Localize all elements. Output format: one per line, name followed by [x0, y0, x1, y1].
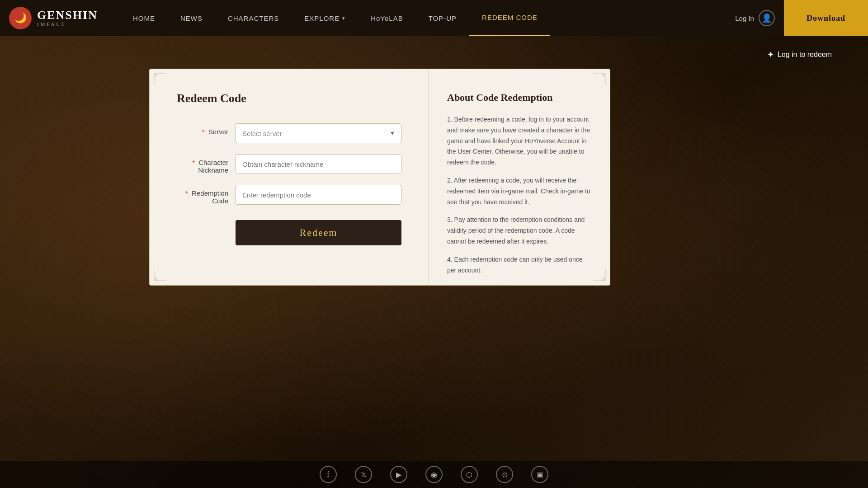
right-panel: About Code Redemption 1. Before redeemin… [429, 69, 610, 285]
login-label: Log In [735, 14, 754, 22]
corner-decor-br [593, 268, 606, 282]
user-icon: 👤 [759, 10, 775, 26]
nickname-label: * CharacterNickname [177, 154, 236, 174]
about-point-2: 2. After redeeming a code, you will rece… [447, 175, 592, 207]
navbar-right: Log In 👤 Download [726, 0, 868, 36]
about-title: About Code Redemption [447, 92, 592, 103]
social-instagram[interactable]: ◉ [425, 466, 443, 483]
server-label: * Server [177, 123, 236, 136]
login-button[interactable]: Log In 👤 [726, 0, 784, 36]
nav-characters[interactable]: CHARACTERS [215, 0, 292, 36]
explore-chevron-icon: ▾ [342, 15, 345, 21]
logo-icon: 🌙 [9, 7, 32, 29]
nav-topup[interactable]: TOP-UP [416, 0, 469, 36]
code-label: * RedemptionCode [177, 185, 236, 205]
required-star: * [202, 128, 205, 136]
nav-news[interactable]: NEWS [168, 0, 215, 36]
server-select[interactable]: Select server America Europe Asia TW, HK… [236, 123, 401, 143]
nickname-input[interactable] [236, 154, 401, 174]
login-redeem-label: Log in to redeem [778, 51, 832, 59]
server-select-wrapper: Select server America Europe Asia TW, HK… [236, 123, 401, 143]
redemption-code-input[interactable] [236, 185, 401, 205]
nav-links: HOME NEWS CHARACTERS EXPLORE ▾ HoYoLAB T… [120, 0, 550, 36]
social-reddit[interactable]: ⊙ [496, 466, 513, 483]
social-discord[interactable]: ⬡ [461, 466, 478, 483]
discord-icon: ⬡ [466, 470, 472, 479]
star-icon: ✦ [767, 50, 774, 60]
redeem-button[interactable]: Redeem [236, 220, 401, 245]
bilibili-icon: ▣ [537, 470, 543, 479]
server-group: * Server Select server America Europe As… [177, 123, 401, 143]
required-star-3: * [185, 189, 188, 197]
youtube-icon: ▶ [396, 470, 401, 479]
instagram-icon: ◉ [431, 470, 437, 479]
form-title: Redeem Code [177, 92, 401, 105]
logo-impact: IMPACT [37, 21, 98, 27]
redeem-card: Redeem Code * Server Select server Ameri… [149, 69, 610, 286]
about-text: 1. Before redeeming a code, log in to yo… [447, 114, 592, 276]
corner-decor-tr [593, 73, 606, 86]
log-in-to-redeem[interactable]: ✦ Log in to redeem [767, 50, 868, 60]
corner-decor-bl [153, 268, 167, 282]
twitter-icon: 𝕏 [361, 470, 367, 479]
about-point-1: 1. Before redeeming a code, log in to yo… [447, 114, 592, 168]
social-bilibili[interactable]: ▣ [531, 466, 548, 483]
download-button[interactable]: Download [784, 0, 868, 36]
nav-home[interactable]: HOME [120, 0, 168, 36]
about-point-4: 4. Each redemption code can only be used… [447, 254, 592, 276]
logo-text: GENSHIN IMPACT [37, 9, 98, 27]
footer: f 𝕏 ▶ ◉ ⬡ ⊙ ▣ [0, 461, 868, 488]
nav-redeem-code[interactable]: REDEEM CODE [469, 0, 550, 36]
nav-explore[interactable]: EXPLORE ▾ [292, 0, 358, 36]
facebook-icon: f [327, 470, 329, 479]
social-twitter[interactable]: 𝕏 [355, 466, 372, 483]
nav-hoyolab[interactable]: HoYoLAB [358, 0, 416, 36]
required-star-2: * [192, 159, 195, 166]
logo-genshin: GENSHIN [37, 9, 98, 21]
left-panel: Redeem Code * Server Select server Ameri… [150, 69, 429, 285]
logo-area[interactable]: 🌙 GENSHIN IMPACT [0, 7, 107, 29]
navbar: 🌙 GENSHIN IMPACT HOME NEWS CHARACTERS EX… [0, 0, 868, 36]
navbar-left: 🌙 GENSHIN IMPACT HOME NEWS CHARACTERS EX… [0, 0, 550, 36]
about-point-3: 3. Pay attention to the redemption condi… [447, 215, 592, 247]
social-facebook[interactable]: f [320, 466, 337, 483]
main-content: ✦ Log in to redeem [0, 36, 868, 488]
nickname-group: * CharacterNickname [177, 154, 401, 174]
redemption-code-group: * RedemptionCode [177, 185, 401, 205]
reddit-icon: ⊙ [502, 470, 508, 479]
corner-decor-tl [153, 73, 167, 86]
social-youtube[interactable]: ▶ [390, 466, 407, 483]
